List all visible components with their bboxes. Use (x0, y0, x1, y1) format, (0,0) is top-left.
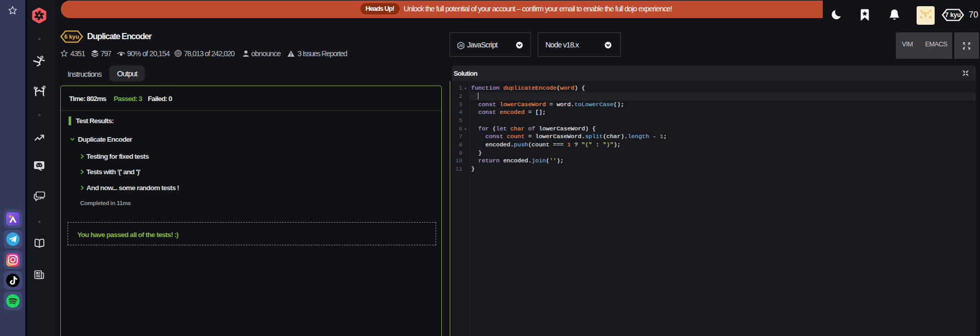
svg-text:6 kyu: 6 kyu (64, 33, 79, 40)
svg-text:JS: JS (459, 44, 463, 47)
svg-text:7 kyu: 7 kyu (945, 11, 961, 19)
